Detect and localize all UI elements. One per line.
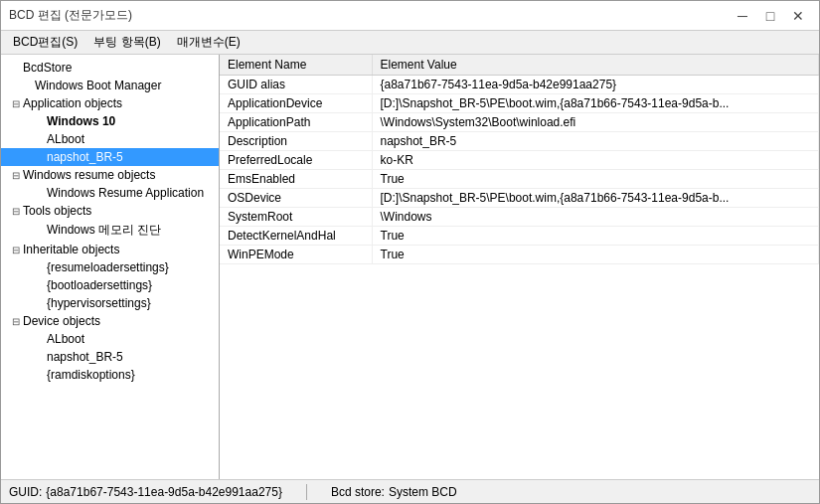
window-title: BCD 편집 (전문가모드): [9, 7, 132, 24]
boot-manager-expander: [21, 79, 35, 92]
element-name-cell: DetectKernelAndHal: [220, 227, 372, 246]
tree-item-windows10[interactable]: Windows 10: [1, 112, 219, 130]
alboot-expander: [33, 132, 47, 146]
tree-item-label: Application objects: [23, 96, 122, 110]
tree-item-label: napshot_BR-5: [47, 150, 123, 164]
maximize-button[interactable]: □: [757, 5, 783, 27]
tree-item-label: Windows resume objects: [23, 168, 155, 182]
tree-item-hypervisor[interactable]: {hypervisorsettings}: [1, 294, 219, 312]
element-name-cell: ApplicationDevice: [220, 94, 372, 113]
table-row[interactable]: EmsEnabledTrue: [220, 170, 819, 189]
table-row[interactable]: SystemRoot\Windows: [220, 208, 819, 227]
device-objects-expander: ⊟: [9, 314, 23, 328]
tree-item-label: {resumeloadersettings}: [47, 260, 169, 274]
table-row[interactable]: PreferredLocaleko-KR: [220, 151, 819, 170]
element-value-cell: [D:]\Snapshot_BR-5\PE\boot.wim,{a8a71b66…: [372, 189, 819, 208]
status-bcd-section: Bcd store: System BCD: [331, 485, 457, 499]
tools-expander: ⊟: [9, 204, 23, 218]
element-value-cell: napshot_BR-5: [372, 132, 819, 151]
element-value-cell: \Windows\System32\Boot\winload.efi: [372, 113, 819, 132]
tree-panel: BcdStore Windows Boot Manager ⊟ Applicat…: [1, 55, 220, 479]
element-name-cell: WinPEMode: [220, 246, 372, 264]
tree-item-napshot-device[interactable]: napshot_BR-5: [1, 348, 219, 366]
guid-label: GUID:: [9, 485, 42, 499]
tree-item-boot-manager[interactable]: Windows Boot Manager: [1, 77, 219, 94]
hypervisor-expander: [33, 296, 47, 310]
table-row[interactable]: ApplicationPath\Windows\System32\Boot\wi…: [220, 113, 819, 132]
tree-item-app-objects[interactable]: ⊟ Application objects: [1, 94, 219, 112]
tree-item-napshot[interactable]: napshot_BR-5: [1, 148, 219, 166]
table-row[interactable]: Descriptionnapshot_BR-5: [220, 132, 819, 151]
resume-app-expander: [33, 186, 47, 200]
table-row[interactable]: ApplicationDevice[D:]\Snapshot_BR-5\PE\b…: [220, 94, 819, 113]
napshot-expander: [33, 150, 47, 164]
element-name-cell: ApplicationPath: [220, 113, 372, 132]
table-row[interactable]: OSDevice[D:]\Snapshot_BR-5\PE\boot.wim,{…: [220, 189, 819, 208]
element-value-cell: ko-KR: [372, 151, 819, 170]
status-guid-section: GUID: {a8a71b67-7543-11ea-9d5a-b42e991aa…: [9, 485, 282, 499]
bcd-value: System BCD: [389, 485, 457, 499]
tree-item-alboot-device[interactable]: ALboot: [1, 330, 219, 348]
main-content: BcdStore Windows Boot Manager ⊟ Applicat…: [1, 55, 819, 479]
bcd-label: Bcd store:: [331, 485, 385, 499]
tree-item-alboot[interactable]: ALboot: [1, 130, 219, 148]
tree-item-resume-app[interactable]: Windows Resume Application: [1, 184, 219, 202]
alboot-device-expander: [33, 332, 47, 346]
tree-item-label: Windows 10: [47, 114, 115, 128]
guid-value: {a8a71b67-7543-11ea-9d5a-b42e991aa275}: [46, 485, 282, 499]
tree-item-label: napshot_BR-5: [47, 350, 123, 364]
minimize-button[interactable]: ─: [730, 5, 755, 27]
tree-item-memory-diag[interactable]: Windows 메모리 진단: [1, 220, 219, 241]
tree-item-label: ALboot: [47, 132, 84, 146]
detail-table: Element Name Element Value GUID alias{a8…: [220, 55, 819, 264]
tree-item-label: Windows Resume Application: [47, 186, 204, 200]
napshot-device-expander: [33, 350, 47, 364]
element-name-cell: Description: [220, 132, 372, 151]
tree-item-tools-objects[interactable]: ⊟ Tools objects: [1, 202, 219, 220]
tree-item-label: Windows Boot Manager: [35, 79, 161, 92]
table-row[interactable]: WinPEModeTrue: [220, 246, 819, 264]
status-divider: [306, 484, 307, 500]
tree-item-ramdisk[interactable]: {ramdiskoptions}: [1, 366, 219, 384]
element-value-cell: {a8a71b67-7543-11ea-9d5a-b42e991aa275}: [372, 76, 819, 94]
bootloader-expander: [33, 278, 47, 292]
tree-root-label: BcdStore: [23, 61, 72, 75]
menubar: BCD편집(S) 부팅 항목(B) 매개변수(E): [1, 31, 819, 55]
element-name-cell: OSDevice: [220, 189, 372, 208]
tree-item-inheritable[interactable]: ⊟ Inheritable objects: [1, 241, 219, 258]
menu-bcd[interactable]: BCD편집(S): [5, 32, 85, 53]
close-button[interactable]: ✕: [785, 5, 811, 27]
tree-item-device-objects[interactable]: ⊟ Device objects: [1, 312, 219, 330]
tree-item-label: ALboot: [47, 332, 84, 346]
tree-item-resumeloader[interactable]: {resumeloadersettings}: [1, 258, 219, 276]
tree-item-label: {bootloadersettings}: [47, 278, 152, 292]
inheritable-expander: ⊟: [9, 243, 23, 256]
tree-item-label: {ramdiskoptions}: [47, 368, 135, 382]
element-name-cell: SystemRoot: [220, 208, 372, 227]
element-value-cell: True: [372, 227, 819, 246]
tree-item-label: {hypervisorsettings}: [47, 296, 151, 310]
element-name-cell: EmsEnabled: [220, 170, 372, 189]
element-value-cell: [D:]\Snapshot_BR-5\PE\boot.wim,{a8a71b66…: [372, 94, 819, 113]
element-name-cell: GUID alias: [220, 76, 372, 94]
menu-params[interactable]: 매개변수(E): [169, 32, 248, 53]
col-element-name: Element Name: [220, 55, 372, 76]
title-buttons: ─ □ ✕: [730, 5, 811, 27]
tree-item-label: Tools objects: [23, 204, 91, 218]
mem-diag-expander: [33, 224, 47, 238]
tree-root[interactable]: BcdStore: [1, 59, 219, 77]
element-name-cell: PreferredLocale: [220, 151, 372, 170]
ramdisk-expander: [33, 368, 47, 382]
col-element-value: Element Value: [372, 55, 819, 76]
table-row[interactable]: DetectKernelAndHalTrue: [220, 227, 819, 246]
table-row[interactable]: GUID alias{a8a71b67-7543-11ea-9d5a-b42e9…: [220, 76, 819, 94]
tree-item-label: Device objects: [23, 314, 100, 328]
menu-boot[interactable]: 부팅 항목(B): [85, 32, 168, 53]
detail-panel: Element Name Element Value GUID alias{a8…: [220, 55, 819, 479]
element-value-cell: \Windows: [372, 208, 819, 227]
tree-item-resume-objects[interactable]: ⊟ Windows resume objects: [1, 166, 219, 184]
element-value-cell: True: [372, 246, 819, 264]
tree-item-label: Windows 메모리 진단: [47, 222, 161, 239]
resume-objects-expander: ⊟: [9, 168, 23, 182]
tree-item-bootloader[interactable]: {bootloadersettings}: [1, 276, 219, 294]
